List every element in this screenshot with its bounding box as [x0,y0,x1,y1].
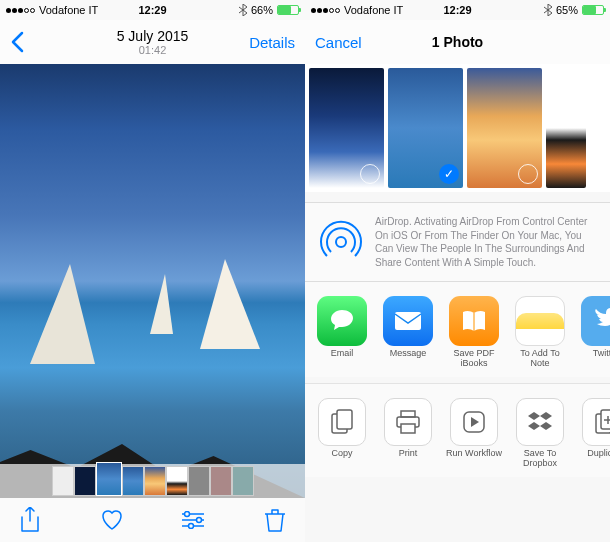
share-sheet: Vodafone IT 12:29 65% Cancel 1 Photo ✓ [305,0,610,542]
action-print[interactable]: Print [379,398,437,469]
app-twitter[interactable]: Twitter [577,296,610,369]
nav-bar: 5 July 2015 01:42 Details [0,20,305,64]
photo-thumb[interactable] [467,68,542,188]
edit-button[interactable] [181,508,205,532]
app-email[interactable]: Email [313,296,371,369]
photo-thumb[interactable] [309,68,384,188]
share-nav: Cancel 1 Photo [305,20,610,64]
select-circle-icon[interactable] [360,164,380,184]
app-ibooks[interactable]: Save PDF iBooks [445,296,503,369]
app-label: To Add To Note [511,349,569,369]
share-apps: Email Message Save PDF iBooks To Add To … [305,282,610,377]
check-icon[interactable]: ✓ [439,164,459,184]
bottom-toolbar [0,498,305,542]
status-bar: Vodafone IT 12:29 65% [305,0,610,20]
airdrop-text: AirDrop. Activating AirDrop From Control… [375,215,596,269]
svg-point-1 [197,518,202,523]
like-button[interactable] [100,508,124,532]
svg-rect-4 [395,312,421,330]
svg-point-2 [189,524,194,529]
svg-rect-6 [337,410,352,429]
svg-point-0 [185,512,190,517]
action-label: Save To Dropbox [511,449,569,469]
battery-icon [277,5,299,15]
status-time: 12:29 [0,4,305,16]
photo-viewer[interactable] [0,64,305,498]
photo-detail-screen: Vodafone IT 12:29 66% 5 July 2015 01:42 … [0,0,305,542]
svg-point-3 [336,237,346,247]
action-label: Print [399,449,418,459]
details-button[interactable]: Details [249,34,295,51]
photo-selection[interactable]: ✓ [305,64,610,192]
app-label: Save PDF iBooks [445,349,503,369]
share-actions: Copy Print Run Workflow Save To Dropbox [305,383,610,477]
action-copy[interactable]: Copy [313,398,371,469]
app-label: Twitter [593,349,610,359]
svg-rect-7 [401,411,415,417]
airdrop-section[interactable]: AirDrop. Activating AirDrop From Control… [305,202,610,282]
filmstrip[interactable] [0,464,305,498]
action-dropbox[interactable]: Save To Dropbox [511,398,569,469]
app-label: Message [390,349,427,359]
delete-button[interactable] [263,508,287,532]
share-title: 1 Photo [305,34,610,50]
action-label: Copy [331,449,352,459]
action-duplicate[interactable]: Duplicate [577,398,610,469]
app-notes[interactable]: To Add To Note [511,296,569,369]
action-label: Run Workflow [446,449,502,459]
status-bar: Vodafone IT 12:29 66% [0,0,305,20]
action-workflow[interactable]: Run Workflow [445,398,503,469]
select-circle-icon[interactable] [518,164,538,184]
share-button[interactable] [18,508,42,532]
action-label: Duplicate [587,449,610,459]
photo-thumb[interactable]: ✓ [388,68,463,188]
app-label: Email [331,349,354,359]
airdrop-icon [319,220,363,264]
photo-thumb[interactable] [546,68,586,188]
status-time: 12:29 [305,4,610,16]
svg-rect-9 [401,424,415,433]
app-message[interactable]: Message [379,296,437,369]
battery-icon [582,5,604,15]
